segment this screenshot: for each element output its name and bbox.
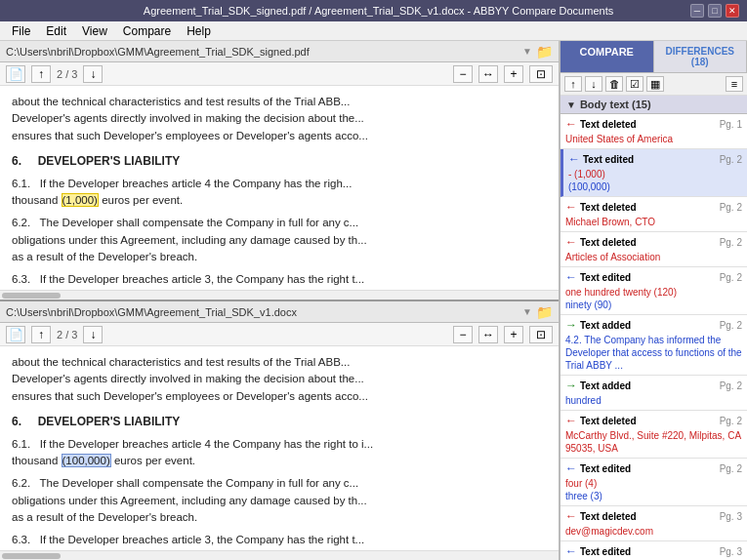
bottom-doc-content[interactable]: about the technical characteristics and …	[0, 346, 559, 550]
bottom-highlight-100000: (100,000)	[62, 454, 111, 467]
right-toolbar: ↑ ↓ 🗑 ☑ ▦ ≡	[560, 73, 747, 96]
tab-differences[interactable]: DIFFERENCES (18)	[654, 41, 748, 72]
diff-type-3: ← Text deleted	[565, 235, 637, 249]
diff-item-2[interactable]: ← Text deleted Pg. 2 Michael Brown, CTO	[560, 197, 747, 232]
menu-edit[interactable]: Edit	[38, 21, 74, 40]
right-trash[interactable]: 🗑	[605, 76, 623, 92]
bottom-zoom-fit[interactable]: ↔	[478, 326, 498, 343]
diff-item-9[interactable]: ← Text deleted Pg. 3 dev@magicdev.com	[560, 506, 747, 541]
edited-arrow-icon-4: ←	[565, 270, 577, 284]
diff-item-4-header: ← Text edited Pg. 2	[565, 270, 742, 284]
top-zoom-in[interactable]: +	[504, 65, 523, 83]
category-label: Body text (15)	[580, 99, 651, 110]
bottom-fit-btn[interactable]: ⊡	[529, 326, 553, 343]
top-file-path: C:\Users\nbril\Dropbox\GMM\Agreement_Tri…	[6, 46, 522, 58]
right-panel: COMPARE DIFFERENCES (18) ↑ ↓ 🗑 ☑ ▦ ≡ ▼ B…	[560, 41, 747, 560]
diff-item-1[interactable]: ← Text edited Pg. 2 - (1,000) (100,000)	[560, 149, 747, 197]
diff-page-2: Pg. 2	[720, 202, 742, 213]
diff-item-5[interactable]: → Text added Pg. 2 4.2. The Company has …	[560, 315, 747, 376]
diff-item-8[interactable]: ← Text edited Pg. 2 four (4) three (3)	[560, 459, 747, 506]
top-scrollbar[interactable]	[0, 290, 559, 300]
diff-label-1: Text edited	[583, 154, 634, 165]
diff-label-4: Text edited	[580, 272, 631, 283]
bottom-nav-up[interactable]: ↑	[31, 326, 51, 343]
diff-item-6[interactable]: → Text added Pg. 2 hundred	[560, 376, 747, 411]
deleted-arrow-icon-7: ←	[565, 414, 577, 427]
diff-new-4: ninety (90)	[565, 299, 742, 311]
diff-type-9: ← Text deleted	[565, 509, 637, 523]
diff-list[interactable]: ← Text deleted Pg. 1 United States of Am…	[560, 114, 747, 560]
bottom-folder-icon[interactable]: 📁	[536, 304, 553, 320]
top-page-icon[interactable]: 📄	[6, 65, 25, 83]
diff-item-10[interactable]: ← Text edited Pg. 3 Headings and footers	[560, 541, 747, 560]
bottom-file-controls: ▼ 📁	[522, 304, 553, 320]
top-zoom-out[interactable]: −	[453, 65, 473, 83]
diff-page-9: Pg. 3	[720, 511, 742, 522]
top-doc-toolbar: 📄 ↑ 2 / 3 ↓ − ↔ + ⊡	[0, 62, 559, 86]
tab-compare[interactable]: COMPARE	[560, 41, 654, 72]
left-panel: C:\Users\nbril\Dropbox\GMM\Agreement_Tri…	[0, 41, 560, 560]
bottom-doc-toolbar: 📄 ↑ 2 / 3 ↓ − ↔ + ⊡	[0, 323, 559, 346]
top-folder-icon[interactable]: 📁	[536, 44, 553, 60]
close-button[interactable]: ✕	[726, 4, 739, 18]
diff-new-1: (100,000)	[568, 180, 742, 193]
menu-compare[interactable]: Compare	[115, 21, 179, 40]
diff-item-6-header: → Text added Pg. 2	[565, 379, 742, 392]
bottom-intro-text: about the technical characteristics and …	[12, 354, 547, 405]
right-nav-next[interactable]: ↓	[585, 76, 602, 92]
top-zoom-fit[interactable]: ↔	[478, 65, 498, 83]
deleted-arrow-icon-9: ←	[565, 509, 577, 523]
diff-page-3: Pg. 2	[720, 237, 742, 248]
right-accept[interactable]: ☑	[626, 76, 643, 92]
diff-item-7[interactable]: ← Text deleted Pg. 2 McCarthy Blvd., Sui…	[560, 411, 747, 459]
diff-page-1: Pg. 2	[720, 154, 742, 165]
diff-item-3[interactable]: ← Text deleted Pg. 2 Articles of Associa…	[560, 232, 747, 267]
maximize-button[interactable]: □	[708, 4, 722, 18]
top-intro-text: about the technical characteristics and …	[12, 94, 547, 144]
diff-label-2: Text deleted	[580, 202, 637, 213]
menu-help[interactable]: Help	[179, 21, 219, 40]
bottom-nav-down[interactable]: ↓	[83, 326, 103, 343]
right-filter[interactable]: ≡	[726, 76, 743, 92]
diff-item-0[interactable]: ← Text deleted Pg. 1 United States of Am…	[560, 114, 747, 149]
bottom-zoom-in[interactable]: +	[504, 326, 523, 343]
diff-page-5: Pg. 2	[720, 320, 742, 331]
title-bar: Agreement_Trial_SDK_signed.pdf / Agreeme…	[0, 0, 747, 21]
bottom-scrollbar[interactable]	[0, 550, 559, 560]
minimize-button[interactable]: ─	[690, 4, 704, 18]
right-layout[interactable]: ▦	[646, 76, 664, 92]
top-fit-btn[interactable]: ⊡	[529, 65, 553, 83]
diff-item-4[interactable]: ← Text edited Pg. 2 one hundred twenty (…	[560, 267, 747, 315]
bottom-file-path: C:\Users\nbril\Dropbox\GMM\Agreement_Tri…	[6, 306, 522, 318]
menu-view[interactable]: View	[74, 21, 115, 40]
diff-item-8-header: ← Text edited Pg. 2	[565, 461, 742, 475]
menu-file[interactable]: File	[4, 21, 38, 40]
diff-type-5: → Text added	[565, 318, 631, 332]
window-controls: ─ □ ✕	[690, 4, 739, 18]
diff-type-8: ← Text edited	[565, 461, 631, 475]
diff-type-6: → Text added	[565, 379, 631, 392]
bottom-doc-text: about the technical characteristics and …	[12, 354, 547, 550]
deleted-arrow-icon-0: ←	[565, 117, 577, 131]
diff-label-10: Text edited	[580, 546, 631, 557]
category-header[interactable]: ▼ Body text (15)	[560, 96, 747, 114]
top-nav-up[interactable]: ↑	[31, 65, 51, 83]
diff-content-9: dev@magicdev.com	[565, 525, 742, 538]
top-nav-down[interactable]: ↓	[83, 65, 103, 83]
diff-label-3: Text deleted	[580, 237, 637, 248]
top-p61: 6.1. If the Developer breaches article 4…	[12, 176, 547, 210]
top-nav-text: 2 / 3	[57, 68, 77, 80]
diff-content-5: 4.2. The Company has informed the Develo…	[565, 334, 742, 372]
edited-arrow-icon-1: ←	[568, 152, 580, 166]
bottom-p63: 6.3. If the Developer breaches article 3…	[12, 532, 547, 550]
diff-label-7: Text deleted	[580, 416, 637, 426]
right-nav-prev[interactable]: ↑	[564, 76, 582, 92]
diff-old-1: - (1,000)	[568, 168, 742, 180]
window-title: Agreement_Trial_SDK_signed.pdf / Agreeme…	[66, 5, 690, 17]
bottom-page-icon[interactable]: 📄	[6, 326, 25, 343]
diff-type-10: ← Text edited	[565, 544, 631, 558]
bottom-zoom-out[interactable]: −	[453, 326, 473, 343]
diff-content-2: Michael Brown, CTO	[565, 216, 742, 228]
diff-item-7-header: ← Text deleted Pg. 2	[565, 414, 742, 427]
top-doc-content[interactable]: about the technical characteristics and …	[0, 86, 559, 290]
